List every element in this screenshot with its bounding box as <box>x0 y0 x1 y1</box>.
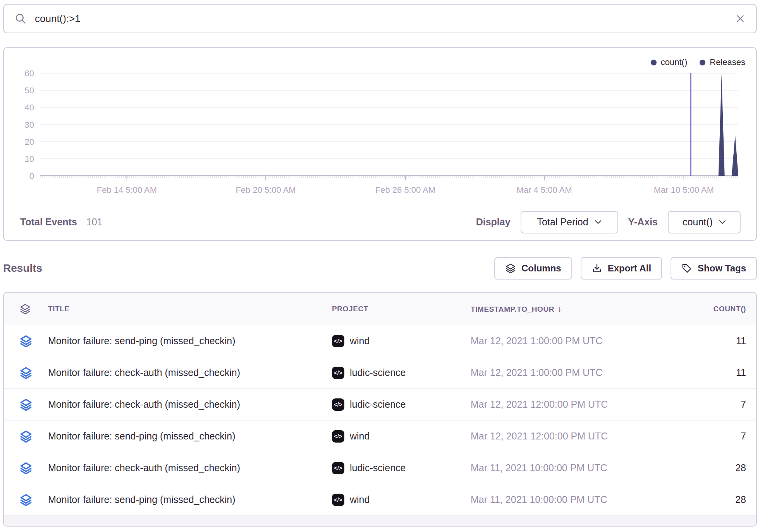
project-name: ludic-science <box>350 462 406 474</box>
chart-footer: Total Events 101 Display Total Period Y-… <box>4 204 756 240</box>
download-icon <box>591 263 602 274</box>
table-row[interactable]: Monitor failure: check-auth (missed_chec… <box>4 389 756 420</box>
row-timestamp: Mar 12, 2021 1:00:00 PM UTC <box>471 335 649 347</box>
row-project: </> ludic-science <box>332 367 471 379</box>
legend-item-count[interactable]: count() <box>651 57 687 67</box>
table-row[interactable]: Monitor failure: send-ping (missed_check… <box>4 325 756 357</box>
table-body: Monitor failure: send-ping (missed_check… <box>4 325 756 516</box>
event-stack-icon[interactable] <box>19 493 33 506</box>
column-header-project[interactable]: PROJECT <box>332 305 471 313</box>
column-header-count[interactable]: COUNT() <box>649 305 756 313</box>
event-stack-icon[interactable] <box>19 430 33 443</box>
event-stack-icon[interactable] <box>19 335 33 348</box>
row-count: 7 <box>649 399 756 410</box>
row-project: </> wind <box>332 430 471 443</box>
row-project: </> ludic-science <box>332 398 471 411</box>
svg-text:10: 10 <box>25 154 34 164</box>
search-bar[interactable] <box>3 4 757 33</box>
event-stack-icon[interactable] <box>19 398 33 411</box>
columns-button-label: Columns <box>521 263 561 274</box>
row-count: 7 <box>649 431 756 442</box>
chevron-down-icon <box>595 220 602 224</box>
row-timestamp: Mar 11, 2021 10:00:00 PM UTC <box>471 462 649 474</box>
row-timestamp: Mar 12, 2021 12:00:00 PM UTC <box>471 431 649 442</box>
legend-label: Releases <box>710 57 745 67</box>
results-bar: Results Columns Export All Show Tags <box>3 257 757 280</box>
legend-label: count() <box>661 57 687 67</box>
row-title: Monitor failure: send-ping (missed_check… <box>48 431 332 442</box>
svg-text:50: 50 <box>25 86 34 95</box>
svg-text:40: 40 <box>25 103 34 112</box>
clear-search-icon[interactable] <box>734 13 746 24</box>
layers-icon <box>505 263 516 274</box>
chevron-down-icon <box>719 220 726 224</box>
row-count: 28 <box>649 494 756 505</box>
row-count: 28 <box>649 462 756 474</box>
project-name: wind <box>350 335 370 347</box>
display-dropdown[interactable]: Total Period <box>521 211 618 233</box>
row-title: Monitor failure: check-auth (missed_chec… <box>48 462 332 474</box>
table-row[interactable]: Monitor failure: check-auth (missed_chec… <box>4 452 756 484</box>
row-timestamp: Mar 12, 2021 1:00:00 PM UTC <box>471 367 649 378</box>
row-title: Monitor failure: check-auth (missed_chec… <box>48 367 332 378</box>
search-icon <box>14 12 27 25</box>
table-row[interactable]: Monitor failure: send-ping (missed_check… <box>4 420 756 452</box>
total-events-label: Total Events <box>20 216 77 228</box>
legend-dot-icon <box>651 60 657 65</box>
event-stack-icon[interactable] <box>19 366 33 379</box>
project-platform-badge: </> <box>332 398 344 411</box>
project-name: wind <box>350 494 370 505</box>
project-name: ludic-science <box>350 399 406 410</box>
sort-desc-icon: ↓ <box>557 304 562 314</box>
event-stack-icon[interactable] <box>19 462 33 475</box>
svg-text:0: 0 <box>29 171 34 181</box>
svg-text:20: 20 <box>25 137 34 147</box>
layers-icon <box>19 303 31 315</box>
export-all-button[interactable]: Export All <box>581 257 662 280</box>
yaxis-label: Y-Axis <box>628 216 658 228</box>
row-project: </> wind <box>332 335 471 347</box>
search-input[interactable] <box>34 12 727 25</box>
events-chart: 0102030405060Feb 14 5:00 AMFeb 20 5:00 A… <box>4 48 756 204</box>
row-title: Monitor failure: send-ping (missed_check… <box>48 494 332 505</box>
yaxis-dropdown-value: count() <box>683 216 713 228</box>
events-chart-panel: count()Releases 0102030405060Feb 14 5:00… <box>3 47 757 241</box>
total-events-value: 101 <box>86 216 103 228</box>
show-tags-button[interactable]: Show Tags <box>671 257 757 280</box>
project-platform-badge: </> <box>332 462 344 474</box>
table-row[interactable]: Monitor failure: check-auth (missed_chec… <box>4 357 756 389</box>
show-tags-button-label: Show Tags <box>698 263 746 274</box>
total-events: Total Events 101 <box>20 216 103 228</box>
display-label: Display <box>476 216 511 228</box>
svg-text:Feb 14 5:00 AM: Feb 14 5:00 AM <box>97 185 157 195</box>
chart-legend: count()Releases <box>651 57 745 67</box>
project-platform-badge: </> <box>332 494 344 506</box>
row-timestamp: Mar 12, 2021 12:00:00 PM UTC <box>471 399 649 410</box>
display-dropdown-value: Total Period <box>537 216 588 228</box>
svg-text:Mar 10 5:00 AM: Mar 10 5:00 AM <box>654 185 714 195</box>
row-count: 11 <box>649 335 756 347</box>
legend-dot-icon <box>700 60 705 65</box>
project-platform-badge: </> <box>332 335 344 347</box>
table-row[interactable]: Monitor failure: send-ping (missed_check… <box>4 484 756 516</box>
table-header: TITLE PROJECT TIMESTAMP.TO_HOUR↓ COUNT() <box>4 293 756 325</box>
row-project: </> wind <box>332 494 471 506</box>
project-platform-badge: </> <box>332 367 344 379</box>
row-count: 11 <box>649 367 756 378</box>
columns-button[interactable]: Columns <box>494 257 572 280</box>
project-name: ludic-science <box>350 367 406 378</box>
tag-icon <box>681 263 692 274</box>
column-header-timestamp[interactable]: TIMESTAMP.TO_HOUR↓ <box>471 304 649 314</box>
legend-item-releases[interactable]: Releases <box>700 57 745 67</box>
svg-text:60: 60 <box>25 69 34 78</box>
project-name: wind <box>350 431 370 442</box>
svg-text:30: 30 <box>25 120 34 130</box>
project-platform-badge: </> <box>332 430 344 443</box>
row-title: Monitor failure: send-ping (missed_check… <box>48 335 332 347</box>
yaxis-dropdown[interactable]: count() <box>668 211 741 233</box>
row-title: Monitor failure: check-auth (missed_chec… <box>48 399 332 410</box>
column-header-title[interactable]: TITLE <box>48 305 332 313</box>
row-project: </> ludic-science <box>332 462 471 474</box>
svg-text:Feb 26 5:00 AM: Feb 26 5:00 AM <box>375 185 435 195</box>
svg-text:Mar 4 5:00 AM: Mar 4 5:00 AM <box>517 185 572 195</box>
